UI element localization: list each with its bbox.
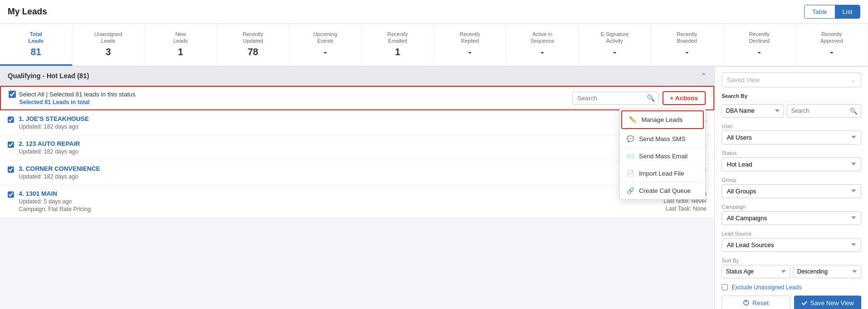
stat-tab-sequence[interactable]: Active inSequence - (506, 24, 579, 66)
lead-info: 2. 123 AUTO REPAIR Updated: 182 days ago (19, 140, 615, 155)
lead-source-label: Lead Source (722, 231, 861, 237)
list-view-button[interactable]: List (835, 5, 860, 18)
group-header: Qualifying - Hot Lead (81) ⌃ (0, 67, 714, 86)
import-lead-file-label: Import Lead File (639, 170, 684, 177)
stat-tab-updated[interactable]: RecentlyUpdated 78 (217, 24, 289, 66)
stat-tab-value-declined: - (727, 47, 792, 58)
stat-tab-unassigned[interactable]: UnassignedLeads 3 (72, 24, 145, 66)
right-sidebar: Saved View ⌄ Search By DBA Name Contact … (714, 67, 868, 309)
send-mass-sms-item[interactable]: 💬 Send Mass SMS (620, 131, 705, 148)
actions-button[interactable]: + Actions (663, 91, 706, 105)
search-by-select[interactable]: DBA Name Contact Name Phone Email (722, 104, 784, 118)
stat-tab-new[interactable]: NewLeads 1 (145, 24, 217, 66)
search-input[interactable] (572, 92, 659, 105)
select-all-checkbox[interactable] (9, 91, 16, 98)
stat-tab-value-approved: - (799, 47, 864, 58)
selection-sub-bold: 81 Leads (45, 99, 69, 106)
lead-checkbox[interactable] (8, 191, 14, 198)
lead-checkbox[interactable] (8, 166, 14, 173)
send-mass-email-label: Send Mass Email (639, 153, 687, 160)
sms-icon: 💬 (627, 135, 634, 143)
sort-by-select[interactable]: Status Age (722, 265, 790, 278)
search-by-section-label: Search By (722, 93, 861, 101)
actions-area: 🔍 + Actions ✏️ Manage Leads 💬 (572, 91, 706, 105)
group-title: Qualifying - Hot Lead (81) (8, 72, 89, 80)
page-title: My Leads (8, 7, 47, 17)
email-icon: ✉️ (627, 153, 634, 160)
stat-tab-value-sequence: - (510, 47, 575, 58)
lead-source-select[interactable]: All Lead Sources (722, 238, 861, 252)
stat-tab-esig[interactable]: E-SignatureActivity - (579, 24, 651, 66)
stat-tab-total[interactable]: TotalLeads 81 (0, 24, 72, 66)
sort-by-label: Sort By (722, 258, 861, 263)
lead-item: 4. 1301 MAIN Updated: 5 days ago Campaig… (0, 185, 714, 218)
stat-tab-value-boarded: - (655, 47, 719, 58)
selection-sub-text: Selected (19, 99, 43, 106)
lead-list: 1. JOE'S STEAKHOUSE Updated: 182 days ag… (0, 110, 714, 218)
lead-item: 3. CORNER CONVENIENCE Updated: 182 days … (0, 160, 714, 185)
search-input-wrapper: 🔍 (787, 104, 861, 118)
user-section: User All Users (722, 123, 861, 144)
stat-tab-label-replied: RecentlyReplied (438, 31, 502, 45)
stat-tab-value-new: 1 (148, 47, 213, 58)
lead-meta-campaign: Campaign: Flat Rate Pricing (19, 206, 615, 213)
stat-tab-label-esig: E-SignatureActivity (582, 31, 647, 45)
collapse-icon[interactable]: ⌃ (700, 71, 707, 81)
saved-view-dropdown[interactable]: Saved View ⌄ (722, 72, 861, 87)
create-call-queue-label: Create Call Queue (639, 187, 691, 194)
search-icon: 🔍 (647, 94, 655, 102)
lead-checkbox[interactable] (8, 117, 14, 123)
stat-tab-label-approved: RecentlyApproved (799, 31, 864, 45)
manage-leads-item[interactable]: ✏️ Manage Leads (621, 110, 704, 129)
lead-name[interactable]: 4. 1301 MAIN (19, 190, 615, 197)
lead-source-section: Lead Source All Lead Sources (722, 231, 861, 252)
stat-tab-events[interactable]: UpcomingEvents - (289, 24, 362, 66)
lead-meta-updated: Updated: 5 days ago (19, 198, 615, 205)
stat-tab-value-unassigned: 3 (76, 47, 141, 58)
reset-label: Reset (752, 299, 769, 307)
create-call-queue-item[interactable]: 🔗 Create Call Queue (620, 182, 705, 199)
saved-view-label: Saved View (727, 76, 760, 83)
sort-order-select[interactable]: Descending Ascending (793, 265, 862, 278)
page-header: My Leads Table List (0, 0, 868, 24)
import-icon: 📄 (627, 170, 634, 177)
group-select[interactable]: All Groups (722, 184, 861, 198)
stat-tab-replied[interactable]: RecentlyReplied - (434, 24, 506, 66)
save-new-view-button[interactable]: Save New View (794, 296, 862, 309)
table-view-button[interactable]: Table (805, 5, 835, 18)
selection-main-text: Select All | Selected 81 leads in this s… (19, 91, 135, 98)
stat-tab-value-replied: - (438, 47, 502, 58)
stat-tab-label-boarded: RecentlyBoarded (655, 31, 719, 45)
stat-tab-approved[interactable]: RecentlyApproved - (796, 24, 868, 66)
selection-info: Select All | Selected 81 leads in this s… (9, 91, 135, 106)
lead-name[interactable]: 3. CORNER CONVENIENCE (19, 165, 615, 172)
lead-name[interactable]: 1. JOE'S STEAKHOUSE (19, 115, 615, 122)
stat-tab-value-esig: - (582, 47, 647, 58)
stat-tab-label-events: UpcomingEvents (293, 31, 358, 45)
stat-tab-declined[interactable]: RecentlyDeclined - (723, 24, 796, 66)
send-mass-sms-label: Send Mass SMS (639, 135, 686, 143)
lead-name[interactable]: 2. 123 AUTO REPAIR (19, 140, 615, 147)
exclude-unassigned-checkbox[interactable] (722, 284, 728, 290)
main-layout: Qualifying - Hot Lead (81) ⌃ Select All … (0, 67, 868, 309)
sidebar-search-icon: 🔍 (850, 107, 857, 114)
lead-checkbox[interactable] (8, 142, 14, 148)
reset-button[interactable]: Reset (722, 296, 790, 309)
user-select[interactable]: All Users (722, 131, 861, 144)
lead-meta: Updated: 182 days ago (19, 148, 615, 155)
view-toggle: Table List (804, 5, 860, 19)
stat-tab-value-emailed: 1 (365, 47, 430, 58)
import-lead-file-item[interactable]: 📄 Import Lead File (620, 165, 705, 182)
stat-tab-boarded[interactable]: RecentlyBoarded - (651, 24, 723, 66)
send-mass-email-item[interactable]: ✉️ Send Mass Email (620, 148, 705, 165)
status-select[interactable]: Hot Lead (722, 157, 861, 171)
status-label: Status (722, 150, 861, 156)
saved-view-chevron: ⌄ (851, 76, 856, 83)
lead-info: 1. JOE'S STEAKHOUSE Updated: 182 days ag… (19, 115, 615, 130)
campaign-select[interactable]: All Campaigns (722, 211, 861, 225)
sidebar-footer: Reset Save New View (722, 296, 861, 309)
manage-leads-label: Manage Leads (641, 116, 683, 123)
lead-info: 4. 1301 MAIN Updated: 5 days ago Campaig… (19, 190, 615, 213)
stat-tab-emailed[interactable]: RecentlyEmailed 1 (362, 24, 434, 66)
stat-tab-label-unassigned: UnassignedLeads (76, 31, 141, 45)
